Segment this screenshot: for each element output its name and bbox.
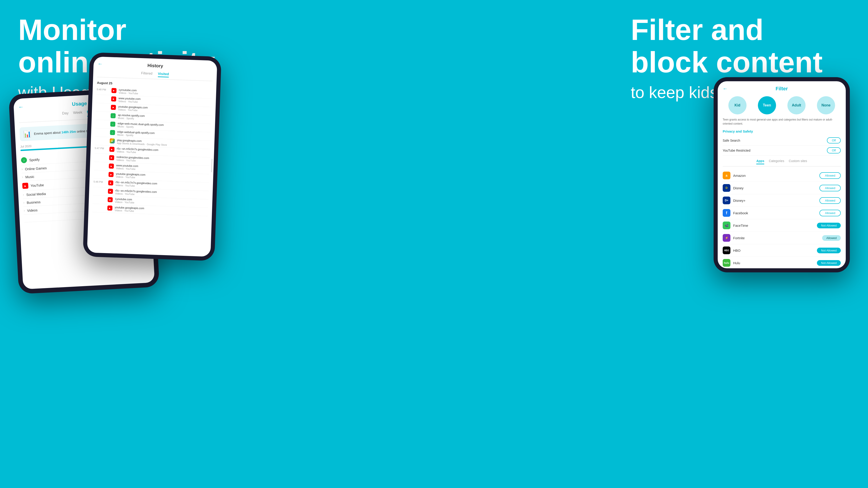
history-time: [93, 205, 105, 206]
fortnite-icon: ⚡: [723, 234, 731, 242]
app-name: Online Games: [25, 166, 47, 171]
app-name: Videos: [27, 208, 37, 212]
app-filter-row-disney: D Disney Allowed: [723, 182, 841, 194]
history-time: [95, 138, 107, 139]
chevron-icon: ›: [23, 201, 25, 205]
history-time: [93, 197, 105, 197]
sub-tab-apps[interactable]: Apps: [756, 159, 764, 164]
age-btn-teen[interactable]: Teen: [758, 96, 776, 115]
youtube-restricted-toggle[interactable]: Off: [827, 147, 841, 154]
usage-time-highlight: 148h 25m: [61, 130, 76, 134]
app-filter-left: HBO HBO: [723, 247, 741, 254]
app-filter-row-facetime: 📹 FaceTime Not Allowed: [723, 219, 841, 232]
filter-back-button[interactable]: ←: [723, 86, 728, 92]
tab-filtered[interactable]: Filtered: [141, 71, 153, 77]
app-filter-left: hulu Hulu: [723, 259, 740, 267]
app-filter-left: D Disney: [723, 184, 744, 192]
youtube-icon: ▶: [109, 155, 114, 160]
history-time: [96, 96, 109, 97]
history-time: [96, 112, 108, 113]
safe-search-row: Safe Search Off: [723, 135, 841, 145]
youtube-icon: ▶: [111, 105, 116, 110]
app-filter-name: Disney+: [733, 199, 746, 202]
app-filter-row-hulu: hulu Hulu Not Allowed: [723, 257, 841, 268]
facebook-status-btn[interactable]: Allowed: [819, 210, 841, 216]
history-url-block: youtube.googleapis.com Videos · YouTube: [115, 206, 144, 213]
app-name: Business: [27, 200, 41, 204]
facetime-icon: 📹: [723, 222, 731, 229]
history-back-button[interactable]: ←: [98, 61, 103, 67]
chevron-icon: ›: [24, 208, 25, 213]
history-url-block: play.googleapis.com App Stores & Downloa…: [117, 139, 167, 147]
history-screen: ← History Filtered Visited August 25 5:4…: [87, 57, 217, 257]
filter-tablet: ← Filter Kid Teen Adult None Teen grants…: [714, 77, 850, 272]
history-source: Videos · YouTube: [116, 167, 138, 170]
history-time: [96, 104, 109, 105]
hulu-status-btn[interactable]: Not Allowed: [817, 260, 841, 266]
tab-week[interactable]: Week: [73, 110, 83, 117]
app-row-music: › Music: [22, 174, 34, 179]
app-row-videos: › Videos: [24, 208, 38, 213]
sub-tab-custom-sites[interactable]: Custom sites: [789, 159, 807, 164]
history-time: 5:46 PM: [94, 180, 106, 184]
spotify-icon: ♪: [111, 113, 116, 119]
chart-icon: 📊: [23, 130, 32, 138]
youtube-icon: ▶: [107, 205, 113, 210]
spotify-icon: ♪: [110, 130, 115, 135]
hulu-icon: hulu: [723, 259, 731, 267]
age-btn-kid[interactable]: Kid: [728, 96, 747, 115]
youtube-icon: ▶: [110, 147, 115, 152]
hbo-status-btn[interactable]: Not Allowed: [817, 248, 841, 253]
chevron-icon: ›: [22, 175, 23, 179]
history-url-block: www.youtube.com Videos · YouTube: [116, 164, 138, 170]
app-filter-left: D+ Disney+: [723, 197, 746, 204]
history-tabs: Filtered Visited: [97, 69, 213, 81]
app-filter-left: 📹 FaceTime: [723, 222, 748, 229]
tab-day[interactable]: Day: [62, 111, 69, 118]
facebook-icon: f: [723, 209, 731, 217]
app-row-online-games: › Online Games: [21, 166, 47, 171]
app-filter-name: Disney: [733, 186, 744, 190]
right-headline-line1: Filter and: [631, 13, 764, 46]
youtube-icon: ▶: [112, 88, 117, 93]
history-time: [93, 188, 106, 189]
youtube-icon: ▶: [108, 172, 114, 177]
tab-visited[interactable]: Visited: [158, 72, 169, 77]
filter-screen-container: ← Filter Kid Teen Adult None Teen grants…: [718, 81, 846, 268]
app-name: Social Media: [26, 192, 46, 196]
app-filter-name: Facebook: [733, 211, 748, 215]
disneyplus-status-btn[interactable]: Allowed: [819, 197, 841, 204]
disney-status-btn[interactable]: Allowed: [819, 185, 841, 191]
app-filter-name: Fortnite: [733, 236, 745, 240]
fortnite-status-btn[interactable]: Allowed: [822, 235, 841, 241]
privacy-safety-label: Privacy and Safety: [723, 129, 841, 133]
history-time: [94, 171, 106, 172]
app-row-spotify: ♪ Spotify: [21, 156, 40, 163]
youtube-icon: ▶: [108, 180, 113, 186]
app-filter-left: ⚡ Fortnite: [723, 234, 745, 242]
age-btn-adult[interactable]: Adult: [787, 96, 806, 115]
amazon-status-btn[interactable]: Allowed: [819, 172, 841, 179]
age-btn-none[interactable]: None: [817, 96, 835, 115]
period-left: Jul 2020: [20, 144, 32, 149]
amazon-icon: a: [723, 172, 731, 179]
app-name: YouTube: [30, 183, 44, 188]
history-time: [94, 163, 107, 164]
safe-search-toggle[interactable]: Off: [827, 137, 841, 143]
youtube-restricted-row: YouTube Restricted Off: [723, 145, 841, 156]
history-time: 5:48 PM: [97, 87, 109, 91]
right-headline-line2: block content: [631, 45, 823, 79]
filter-age-row: Kid Teen Adult None: [723, 96, 841, 115]
history-url-block: edge-webdual-gslb.spotify.com Music · Sp…: [117, 130, 155, 137]
app-filter-name: HBO: [733, 249, 741, 252]
history-time: [95, 129, 108, 130]
usage-back-button[interactable]: ←: [18, 103, 24, 110]
disneyplus-icon: D+: [723, 197, 731, 204]
left-headline-line1: Monitor: [18, 13, 126, 46]
app-filter-row-disneyplus: D+ Disney+ Allowed: [723, 194, 841, 207]
facetime-status-btn[interactable]: Not Allowed: [817, 223, 841, 228]
app-row-business: › Business: [23, 200, 41, 205]
history-url-block: redirector.googlevideo.com Videos · YouT…: [116, 156, 149, 163]
history-url-block: youtube.googleapis.com Videos · YouTube: [116, 172, 146, 179]
sub-tab-categories[interactable]: Categories: [769, 159, 784, 164]
